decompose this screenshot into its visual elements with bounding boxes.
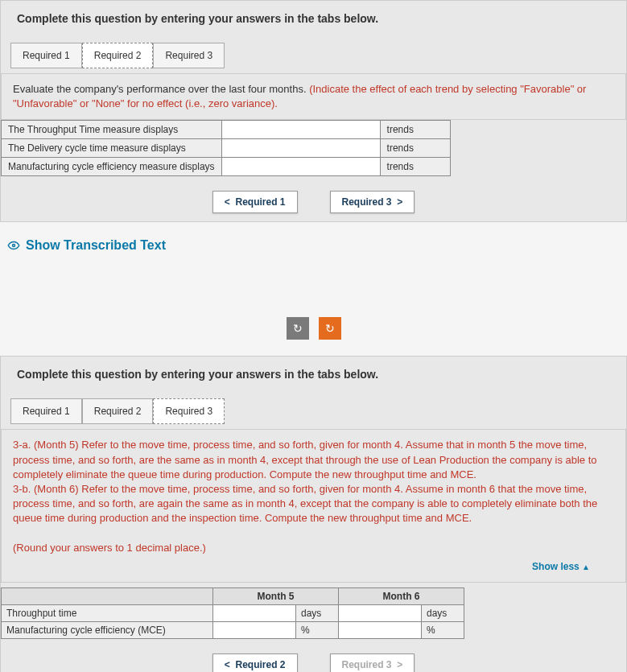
prev-button[interactable]: < Required 1 [212, 191, 298, 213]
panel2-nav: < Required 2 Required 3 > [1, 653, 626, 672]
row-label: Throughput time [2, 604, 213, 621]
header-row: Month 5 Month 6 [2, 587, 464, 604]
tab-required-3[interactable]: Required 3 [153, 398, 225, 424]
row-suffix: trends [380, 158, 450, 176]
unit-label: days [422, 604, 464, 621]
tab-required-2[interactable]: Required 2 [82, 398, 154, 424]
panel2-header: Complete this question by entering your … [1, 357, 626, 392]
unit-label: % [422, 621, 464, 638]
row-label: The Throughput Time measure displays [2, 121, 222, 139]
refresh-left-icon[interactable]: ↻ [287, 317, 309, 340]
unit-label: % [296, 621, 339, 638]
trend-input[interactable] [221, 158, 380, 176]
instruction-main: Evaluate the company's performance over … [13, 83, 309, 95]
show-less-toggle[interactable]: Show less ▲ [532, 560, 590, 574]
row-label: Manufacturing cycle efficiency measure d… [2, 158, 222, 176]
table-row: Manufacturing cycle efficiency measure d… [2, 158, 451, 176]
next-label: Required 3 [342, 659, 392, 670]
row-suffix: trends [380, 121, 450, 139]
middle-toolbar: ↻ ↻ [0, 317, 627, 340]
panel1-header: Complete this question by entering your … [1, 1, 626, 36]
show-transcribed-toggle[interactable]: Show Transcribed Text [0, 222, 627, 269]
blank-header [2, 587, 213, 604]
tab-required-1[interactable]: Required 1 [10, 43, 82, 68]
tab-required-1[interactable]: Required 1 [10, 398, 82, 424]
chevron-left-icon: < [225, 196, 230, 208]
value-input[interactable] [213, 604, 296, 621]
value-input[interactable] [339, 604, 422, 621]
transcription-icon [6, 238, 21, 253]
prev-button[interactable]: < Required 2 [212, 653, 298, 672]
row-suffix: trends [380, 139, 450, 158]
chevron-up-icon: ▲ [582, 563, 590, 571]
value-input[interactable] [339, 621, 422, 638]
evaluation-table: The Throughput Time measure displays tre… [1, 120, 451, 176]
paragraph-3a: 3-a. (Month 5) Refer to the move time, p… [13, 438, 614, 482]
refresh-right-icon[interactable]: ↻ [319, 317, 341, 340]
chevron-right-icon: > [397, 196, 402, 208]
svg-point-0 [13, 245, 15, 247]
question-panel-2: Complete this question by entering your … [0, 356, 627, 672]
row-label: The Delivery cycle time measure displays [2, 139, 222, 158]
round-note: (Round your answers to 1 decimal place.) [13, 541, 614, 555]
value-input[interactable] [213, 621, 296, 638]
prev-label: Required 1 [235, 196, 285, 208]
tab-required-3[interactable]: Required 3 [153, 43, 225, 68]
prev-label: Required 2 [235, 659, 285, 670]
panel2-instructions: 3-a. (Month 5) Refer to the move time, p… [1, 429, 626, 582]
next-button[interactable]: Required 3 > [330, 191, 415, 213]
show-transcribed-label: Show Transcribed Text [26, 238, 166, 253]
tab-required-2[interactable]: Required 2 [82, 43, 154, 68]
chevron-left-icon: < [225, 659, 230, 670]
question-panel-1: Complete this question by entering your … [0, 0, 627, 222]
month5-header: Month 5 [213, 587, 339, 604]
unit-label: days [296, 604, 339, 621]
trend-input[interactable] [221, 121, 380, 139]
panel2-tabs: Required 1 Required 2 Required 3 [10, 398, 626, 424]
table-row: The Throughput Time measure displays tre… [2, 121, 451, 139]
trend-input[interactable] [221, 139, 380, 158]
table-row: The Delivery cycle time measure displays… [2, 139, 451, 158]
next-label: Required 3 [342, 196, 392, 208]
table-row: Throughput time days days [2, 604, 464, 621]
panel1-nav: < Required 1 Required 3 > [1, 191, 626, 213]
row-label: Manufacturing cycle efficiency (MCE) [2, 621, 213, 638]
chevron-right-icon: > [397, 659, 402, 670]
table-row: Manufacturing cycle efficiency (MCE) % % [2, 621, 464, 638]
show-less-label: Show less [532, 561, 580, 572]
month6-header: Month 6 [339, 587, 464, 604]
next-button[interactable]: Required 3 > [330, 653, 415, 672]
paragraph-3b: 3-b. (Month 6) Refer to the move time, p… [13, 482, 614, 526]
panel1-instructions: Evaluate the company's performance over … [1, 73, 626, 120]
month-table: Month 5 Month 6 Throughput time days day… [1, 587, 464, 639]
panel1-tabs: Required 1 Required 2 Required 3 [10, 43, 626, 68]
